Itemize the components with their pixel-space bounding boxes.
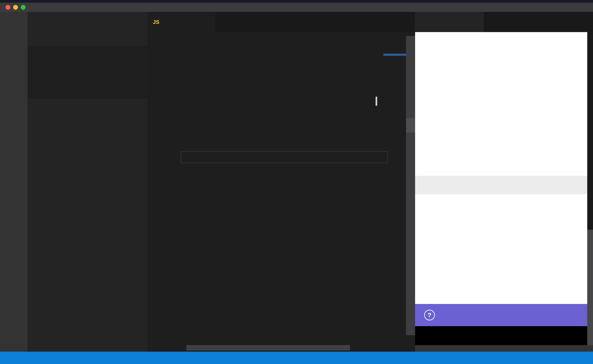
panel-bottom-strip [415,345,593,352]
editor-panel-sash[interactable] [406,36,415,335]
help-icon: ? [424,310,435,320]
lesson-title-bar[interactable] [415,326,587,345]
webview-scrollbar-track[interactable] [587,230,593,345]
coderoad-panel: ? [415,12,593,352]
window-title-bar [0,3,593,12]
js-icon: JS [153,19,159,25]
macos-menu-bar [0,0,593,3]
overview-ruler-cursor [376,97,377,106]
file-icon [422,19,429,25]
editor-group: JS [147,12,415,352]
tab-server-js[interactable]: JS [147,12,215,32]
panel-tab-bar [415,12,593,32]
tasks-header [415,176,587,194]
open-editors-zone [28,46,147,99]
tab-coderoad[interactable] [415,12,484,32]
minimap-slider[interactable] [383,54,406,56]
editor-tab-bar: JS [147,12,415,32]
webview-scrollbar-thumb[interactable] [587,32,593,230]
activity-bar [0,12,28,352]
help-bar[interactable]: ? [415,304,587,326]
window-title [0,3,593,12]
current-line-highlight [181,151,388,163]
vscode-window: JS [0,0,593,364]
explorer-sidebar [28,12,147,352]
sash-thumb[interactable] [406,118,415,133]
horizontal-scrollbar[interactable] [186,345,350,351]
status-bar [0,352,593,364]
coderoad-webview [415,32,587,304]
